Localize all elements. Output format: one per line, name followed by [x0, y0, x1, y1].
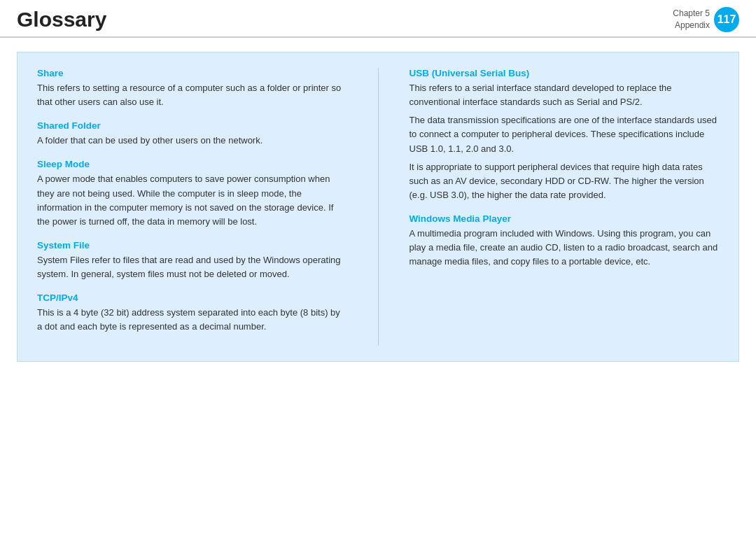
- content-area: Share This refers to setting a resource …: [17, 52, 739, 362]
- chapter-info: Chapter 5 Appendix 117: [673, 7, 739, 32]
- entry-body-tcp-ipv4: This is a 4 byte (32 bit) address system…: [37, 306, 347, 334]
- entry-body-usb-1: This refers to a serial interface standa…: [410, 81, 720, 109]
- entry-body-windows-media-player: A multimedia program included with Windo…: [410, 227, 720, 269]
- entry-title-usb: USB (Universal Serial Bus): [410, 68, 720, 78]
- entry-share: Share This refers to setting a resource …: [37, 68, 347, 109]
- entry-title-shared-folder: Shared Folder: [37, 120, 347, 131]
- entry-title-tcp-ipv4: TCP/IPv4: [37, 292, 347, 303]
- entry-title-sleep-mode: Sleep Mode: [37, 159, 347, 169]
- column-divider: [378, 68, 379, 346]
- page-number-badge: 117: [714, 7, 739, 32]
- entry-shared-folder: Shared Folder A folder that can be used …: [37, 120, 347, 148]
- entry-sleep-mode: Sleep Mode A power mode that enables com…: [37, 159, 347, 229]
- entry-title-windows-media-player: Windows Media Player: [410, 213, 720, 224]
- entry-title-share: Share: [37, 68, 347, 78]
- entry-body-sleep-mode: A power mode that enables computers to s…: [37, 172, 347, 229]
- chapter-label: Chapter 5 Appendix: [673, 8, 710, 31]
- entry-tcp-ipv4: TCP/IPv4 This is a 4 byte (32 bit) addre…: [37, 292, 347, 334]
- entry-system-file: System File System Files refer to files …: [37, 240, 347, 281]
- entry-body-usb-2: The data transmission specifications are…: [410, 113, 720, 155]
- entry-body-usb-3: It is appropriate to support peripheral …: [410, 160, 720, 202]
- page-header: Glossary Chapter 5 Appendix 117: [0, 0, 756, 38]
- entry-body-shared-folder: A folder that can be used by other users…: [37, 134, 347, 148]
- entry-title-system-file: System File: [37, 240, 347, 251]
- entry-body-share: This refers to setting a resource of a c…: [37, 81, 347, 109]
- left-column: Share This refers to setting a resource …: [37, 68, 347, 346]
- entry-usb: USB (Universal Serial Bus) This refers t…: [410, 68, 720, 202]
- entry-body-system-file: System Files refer to files that are rea…: [37, 253, 347, 281]
- right-column: USB (Universal Serial Bus) This refers t…: [410, 68, 720, 346]
- page-title: Glossary: [17, 8, 106, 31]
- entry-windows-media-player: Windows Media Player A multimedia progra…: [410, 213, 720, 269]
